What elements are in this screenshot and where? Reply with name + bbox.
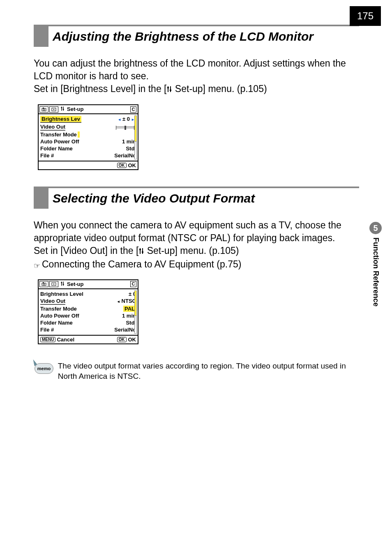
svg-rect-12: [63, 109, 64, 110]
menu-label: Transfer Mode: [40, 131, 80, 138]
menu-value-selected: ◄NTSC: [115, 298, 136, 305]
menu-row-file: File # SerialNo: [40, 152, 136, 159]
menu-row-brightness: Brightness Lev ◄± 0►: [40, 115, 136, 123]
menu-row-video-out: Video Out: [40, 123, 136, 131]
scrollbar: [134, 290, 137, 334]
svg-point-19: [43, 283, 45, 285]
page-content: Adjusting the Brightness of the LCD Moni…: [0, 0, 392, 382]
para-text: You can adjust the brightness of the LCD…: [34, 58, 346, 81]
svg-rect-16: [142, 251, 143, 253]
menu-row-auto-off: Auto Power Off 1 min: [40, 312, 136, 319]
para-text: Set in [Brightness Level] in the [: [34, 83, 166, 94]
lcd-body: Brightness Level ± 0 Video Out ◄NTSC Tra…: [39, 289, 138, 335]
body-paragraph: When you connect the camera to AV equipm…: [34, 219, 359, 271]
chapter-number: 5: [369, 222, 382, 234]
highlight-box: [78, 131, 80, 138]
svg-rect-3: [170, 90, 171, 91]
ok-label: OK: [128, 336, 136, 343]
para-text: When you connect the camera to AV equipm…: [34, 220, 341, 243]
svg-rect-25: [63, 284, 64, 285]
menu-row-brightness: Brightness Level ± 0: [40, 290, 136, 297]
camera-tab-icon: [39, 281, 48, 287]
svg-rect-11: [61, 107, 62, 108]
lcd-footer: OK OK: [39, 161, 138, 169]
menu-value: [114, 124, 136, 131]
custom-tab-icon: C: [130, 281, 136, 287]
menu-label: File #: [40, 152, 54, 159]
menu-row-auto-off: Auto Power Off 1 min: [40, 138, 136, 145]
menu-row-transfer: Transfer Mode PAL: [40, 305, 136, 312]
menu-row-folder: Folder Name Std.: [40, 145, 136, 152]
svg-rect-18: [43, 282, 44, 283]
lcd-menu-video-out: Set-up C Brightness Level ± 0 Video Out …: [38, 279, 138, 344]
svg-point-6: [43, 109, 45, 111]
menu-button-icon: MENU: [40, 337, 55, 342]
menu-value: ◄± 0►: [116, 116, 136, 123]
svg-rect-14: [142, 248, 143, 254]
setup-icon: [166, 83, 172, 96]
body-paragraph: You can adjust the brightness of the LCD…: [34, 57, 359, 96]
menu-label: Auto Power Off: [40, 138, 79, 145]
memo-block: memo The video output format varies acco…: [34, 361, 359, 382]
menu-row-folder: Folder Name Std.: [40, 319, 136, 326]
lcd-title: Set-up: [67, 281, 129, 287]
svg-rect-23: [63, 281, 63, 286]
menu-label: Auto Power Off: [40, 313, 79, 319]
menu-value: 1 min: [122, 138, 136, 145]
playback-tab-icon: [49, 281, 58, 287]
menu-label: Transfer Mode: [40, 306, 77, 312]
scrollbar: [134, 115, 137, 159]
menu-label: Video Out: [40, 298, 65, 305]
side-tab: 5 Function Reference: [369, 222, 382, 306]
lcd-body: Brightness Lev ◄± 0► Video Out Transfer …: [39, 114, 138, 161]
svg-rect-1: [170, 86, 171, 92]
svg-rect-15: [139, 249, 141, 250]
ok-button-icon: OK: [117, 337, 127, 342]
heading-accent: [34, 26, 48, 47]
memo-text: The video output format varies according…: [58, 361, 359, 382]
menu-row-file: File # SerialNo: [40, 326, 136, 333]
section-heading: Adjusting the Brightness of the LCD Moni…: [48, 26, 314, 47]
setup-tab-icon: [60, 281, 65, 288]
arrow-left-icon: ◄: [116, 117, 122, 122]
camera-tab-icon: [39, 106, 48, 113]
svg-marker-21: [53, 283, 55, 285]
memo-icon-label: memo: [35, 363, 53, 374]
heading-accent: [34, 188, 48, 209]
menu-label: File #: [40, 327, 54, 333]
svg-rect-24: [61, 282, 62, 283]
para-text: Set in [Video Out] in the [: [34, 245, 138, 256]
menu-value: SerialNo: [114, 152, 136, 159]
value-text: ± 0: [122, 116, 130, 122]
pointer-icon: ☞: [34, 261, 40, 271]
menu-value: SerialNo: [114, 327, 136, 333]
chapter-title: Function Reference: [371, 237, 380, 306]
menu-label: Video Out: [40, 124, 65, 131]
slider-icon: [116, 127, 134, 128]
menu-label: Folder Name: [40, 145, 73, 152]
playback-tab-icon: [49, 106, 58, 113]
menu-row-transfer: Transfer Mode: [40, 131, 136, 138]
arrow-left-icon: ◄: [115, 299, 122, 304]
menu-label: Brightness Level: [40, 291, 83, 297]
section-heading: Selecting the Video Output Format: [48, 188, 255, 209]
ok-label: OK: [128, 162, 136, 168]
menu-label: Brightness Lev: [40, 116, 81, 123]
lcd-tab-bar: Set-up C: [39, 280, 138, 289]
memo-icon: memo: [34, 361, 50, 375]
svg-rect-5: [43, 108, 44, 108]
lcd-menu-brightness: Set-up C Brightness Lev ◄± 0► Video Out …: [38, 104, 138, 170]
menu-value: 1 min: [122, 313, 136, 319]
lcd-title: Set-up: [67, 106, 129, 112]
menu-row-video-out: Video Out ◄NTSC: [40, 297, 136, 305]
ok-button-icon: OK: [117, 163, 127, 168]
svg-rect-2: [167, 87, 169, 88]
section-heading-block: Selecting the Video Output Format: [34, 187, 359, 209]
svg-rect-10: [63, 107, 63, 111]
para-text: Set-up] menu. (p.105): [172, 83, 267, 94]
page-number: 175: [350, 6, 381, 26]
para-text: Set-up] menu. (p.105): [144, 245, 239, 256]
para-text: Connecting the Camera to AV Equipment (p…: [42, 259, 241, 270]
svg-marker-8: [53, 109, 55, 110]
custom-tab-icon: C: [130, 106, 136, 113]
